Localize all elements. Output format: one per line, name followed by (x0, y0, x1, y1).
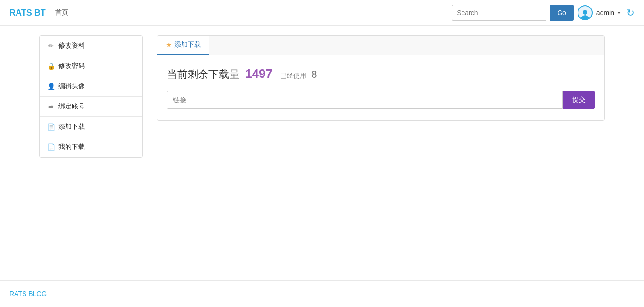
search-button[interactable]: Go (550, 5, 574, 21)
user-dropdown[interactable]: admin (596, 9, 621, 17)
dropdown-caret (617, 12, 621, 14)
content-area: ✏ 修改资料 🔒 修改密码 👤 编辑头像 ⇌ 绑定账号 📄 添加下载 (0, 26, 644, 261)
link-form: 提交 (167, 91, 595, 109)
file-add-icon: 📄 (47, 123, 55, 131)
user-name: admin (596, 9, 614, 17)
main-body: 当前剩余下载量 1497 已经使用 8 提交 (157, 55, 604, 120)
sidebar: ✏ 修改资料 🔒 修改密码 👤 编辑头像 ⇌ 绑定账号 📄 添加下载 (39, 35, 143, 158)
page-container: ✏ 修改资料 🔒 修改密码 👤 编辑头像 ⇌ 绑定账号 📄 添加下载 (39, 26, 605, 167)
avatar-head (583, 10, 587, 15)
edit-icon: ✏ (47, 42, 55, 50)
sidebar-item-label: 绑定账号 (58, 102, 85, 111)
used-count: 8 (311, 68, 317, 80)
stats-label: 当前剩余下载量 (167, 68, 239, 80)
sidebar-item-label: 添加下载 (58, 123, 85, 131)
tab-header: ★ 添加下载 (157, 36, 604, 55)
navbar: RATS BT 首页 Go admin ↻ (0, 0, 644, 26)
sidebar-item-add-download[interactable]: 📄 添加下载 (40, 117, 142, 137)
tab-label: 添加下载 (174, 41, 201, 49)
avatar-body-shape (581, 15, 589, 19)
sidebar-item-label: 编辑头像 (58, 82, 85, 91)
link-input[interactable] (167, 91, 563, 109)
footer: RATS BLOG (0, 280, 644, 307)
sidebar-item-label: 修改密码 (58, 62, 85, 70)
bind-icon: ⇌ (47, 103, 55, 110)
used-label: 已经使用 (280, 72, 306, 79)
sidebar-item-label: 我的下载 (58, 143, 85, 151)
search-input[interactable] (452, 5, 546, 21)
download-stats: 当前剩余下载量 1497 已经使用 8 (167, 66, 595, 82)
star-icon: ★ (166, 41, 172, 49)
home-link[interactable]: 首页 (55, 8, 68, 17)
main-content: ★ 添加下载 当前剩余下载量 1497 已经使用 8 提交 (157, 35, 605, 121)
sidebar-item-edit-profile[interactable]: ✏ 修改资料 (40, 36, 142, 56)
navbar-right: Go admin ↻ (452, 5, 635, 21)
submit-button[interactable]: 提交 (563, 91, 595, 109)
brand-logo[interactable]: RATS BT (9, 8, 46, 18)
avatar (578, 5, 593, 20)
sidebar-item-my-downloads[interactable]: 📄 我的下载 (40, 137, 142, 157)
sidebar-item-bind-account[interactable]: ⇌ 绑定账号 (40, 97, 142, 117)
sidebar-item-edit-avatar[interactable]: 👤 编辑头像 (40, 76, 142, 97)
file-icon: 📄 (47, 143, 55, 151)
person-icon: 👤 (47, 83, 55, 90)
sidebar-item-label: 修改资料 (58, 41, 85, 50)
avatar-person (578, 6, 592, 19)
download-count: 1497 (245, 66, 272, 81)
footer-blog-link[interactable]: RATS BLOG (9, 290, 47, 298)
lock-icon: 🔒 (47, 62, 55, 70)
tab-add-download[interactable]: ★ 添加下载 (157, 36, 209, 55)
sidebar-item-change-password[interactable]: 🔒 修改密码 (40, 56, 142, 76)
refresh-icon[interactable]: ↻ (627, 7, 635, 18)
